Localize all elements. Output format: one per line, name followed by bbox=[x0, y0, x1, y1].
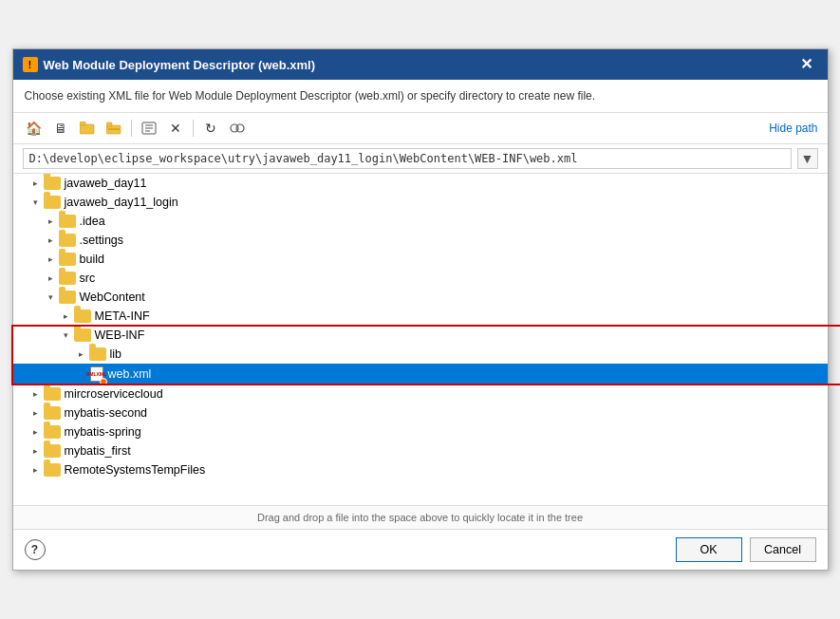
folder-icon bbox=[89, 347, 106, 361]
folder-icon bbox=[44, 177, 61, 190]
folder-icon bbox=[44, 196, 61, 209]
svg-point-9 bbox=[236, 124, 244, 132]
desktop-button[interactable]: 🖥 bbox=[49, 118, 72, 139]
link-button[interactable] bbox=[226, 118, 249, 139]
tree-item-label: mircroservicecloud bbox=[65, 387, 163, 401]
tree-item-label: mybatis_first bbox=[65, 444, 131, 458]
ok-button[interactable]: OK bbox=[676, 537, 742, 562]
expand-arrow: ▸ bbox=[28, 386, 44, 402]
folder-icon bbox=[59, 291, 76, 304]
folder-icon bbox=[44, 444, 61, 458]
tree-item-label: .settings bbox=[80, 234, 124, 247]
tree-item[interactable]: ▸mircroservicecloud bbox=[13, 385, 828, 403]
folder-icon bbox=[74, 310, 91, 323]
svg-rect-3 bbox=[106, 122, 112, 126]
tree-item-label: web.xml bbox=[108, 367, 152, 381]
expand-arrow: ▸ bbox=[44, 271, 59, 286]
tree-item[interactable]: ▸META-INF bbox=[13, 307, 828, 326]
delete-button[interactable]: ✕ bbox=[164, 118, 187, 139]
expand-arrow: ▸ bbox=[28, 443, 44, 459]
expand-arrow: ▾ bbox=[44, 290, 59, 305]
home-button[interactable]: 🏠 bbox=[23, 118, 46, 139]
toolbar-sep-1 bbox=[131, 120, 132, 137]
tree-item[interactable]: ▸.settings bbox=[13, 231, 828, 250]
svg-rect-1 bbox=[80, 122, 85, 125]
tree-item-label: RemoteSystemsTempFiles bbox=[65, 463, 206, 477]
expand-arrow: ▸ bbox=[44, 233, 59, 248]
help-button[interactable]: ? bbox=[25, 539, 46, 560]
tree-item-label: META-INF bbox=[95, 310, 150, 323]
expand-arrow: ▾ bbox=[28, 195, 44, 210]
tree-wrapper: ▸javaweb_day11▾javaweb_day11_login▸.idea… bbox=[13, 174, 828, 506]
expand-arrow: ▸ bbox=[28, 462, 44, 478]
nav-button[interactable] bbox=[138, 118, 160, 139]
expand-arrow: ▸ bbox=[28, 405, 44, 421]
description-text: Choose existing XML file for Web Module … bbox=[13, 80, 828, 113]
tree-item-label: WEB-INF bbox=[95, 328, 145, 342]
title-bar: ! Web Module Deployment Descriptor (web.… bbox=[13, 49, 828, 80]
folder-icon bbox=[44, 387, 61, 401]
tree-item-label: WebContent bbox=[80, 291, 145, 304]
tree-item[interactable]: ▸RemoteSystemsTempFiles bbox=[13, 460, 828, 479]
tree-container[interactable]: ▸javaweb_day11▾javaweb_day11_login▸.idea… bbox=[13, 174, 828, 506]
xml-file-icon: XML bbox=[89, 366, 104, 383]
expand-arrow: ▸ bbox=[74, 347, 89, 362]
folder-icon bbox=[44, 406, 61, 420]
dialog-title: Web Module Deployment Descriptor (web.xm… bbox=[44, 58, 316, 72]
close-button[interactable]: ✕ bbox=[794, 55, 818, 74]
path-row: ▼ bbox=[13, 144, 828, 174]
tree-item[interactable]: ▾WEB-INF bbox=[13, 326, 828, 345]
tree-item[interactable]: ▾javaweb_day11_login bbox=[13, 193, 828, 212]
folder-icon bbox=[59, 253, 76, 266]
expand-arrow: ▾ bbox=[59, 328, 74, 343]
svg-rect-0 bbox=[80, 124, 94, 134]
folder-icon bbox=[74, 328, 91, 342]
bottom-right: OK Cancel bbox=[676, 537, 816, 562]
refresh-button[interactable]: ↻ bbox=[199, 118, 222, 139]
expand-arrow: ▸ bbox=[44, 214, 59, 229]
open-folder-button[interactable] bbox=[103, 118, 125, 139]
title-bar-left: ! Web Module Deployment Descriptor (web.… bbox=[23, 57, 316, 72]
path-arrow-button[interactable]: ▼ bbox=[797, 148, 818, 169]
expand-arrow: ▸ bbox=[28, 424, 44, 440]
bottom-bar: ? OK Cancel bbox=[13, 530, 828, 570]
expand-arrow: ▸ bbox=[28, 176, 44, 191]
dialog-icon: ! bbox=[23, 57, 38, 72]
tree-item[interactable]: ▸src bbox=[13, 269, 828, 288]
tree-item[interactable]: ▸.idea bbox=[13, 212, 828, 231]
tree-item-label: build bbox=[80, 253, 104, 266]
folder-icon bbox=[44, 425, 61, 439]
tree-item-label: mybatis-second bbox=[65, 406, 148, 420]
tree-item-label: javaweb_day11 bbox=[65, 177, 147, 190]
expand-arrow: ▸ bbox=[59, 309, 74, 324]
toolbar: 🏠 🖥 ✕ ↻ Hide path bbox=[13, 113, 828, 144]
drag-hint: Drag and drop a file into the space abov… bbox=[13, 506, 828, 530]
tree-item[interactable]: ▸mybatis-spring bbox=[13, 422, 828, 441]
path-input[interactable] bbox=[23, 148, 792, 169]
tree-item[interactable]: ▸build bbox=[13, 250, 828, 269]
folder-icon bbox=[59, 215, 76, 228]
main-dialog: ! Web Module Deployment Descriptor (web.… bbox=[12, 48, 829, 571]
tree-item-label: src bbox=[80, 272, 96, 285]
toolbar-sep-2 bbox=[193, 120, 194, 137]
tree-item-label: .idea bbox=[80, 215, 105, 228]
folder-button[interactable] bbox=[76, 118, 99, 139]
folder-icon bbox=[59, 234, 76, 247]
folder-icon bbox=[44, 463, 61, 477]
folder-icon bbox=[59, 272, 76, 285]
tree-item[interactable]: XMLweb.xml bbox=[13, 364, 828, 385]
tree-item-label: javaweb_day11_login bbox=[65, 196, 178, 209]
tree-item[interactable]: ▾WebContent bbox=[13, 288, 828, 307]
tree-item[interactable]: ▸mybatis_first bbox=[13, 441, 828, 460]
tree-item-label: lib bbox=[110, 347, 122, 361]
tree-item[interactable]: ▸mybatis-second bbox=[13, 403, 828, 422]
expand-arrow: ▸ bbox=[44, 252, 59, 267]
cancel-button[interactable]: Cancel bbox=[750, 537, 816, 562]
hide-path-link[interactable]: Hide path bbox=[769, 122, 817, 135]
tree-item-label: mybatis-spring bbox=[65, 425, 141, 439]
tree-item[interactable]: ▸javaweb_day11 bbox=[13, 174, 828, 193]
tree-item[interactable]: ▸lib bbox=[13, 345, 828, 364]
